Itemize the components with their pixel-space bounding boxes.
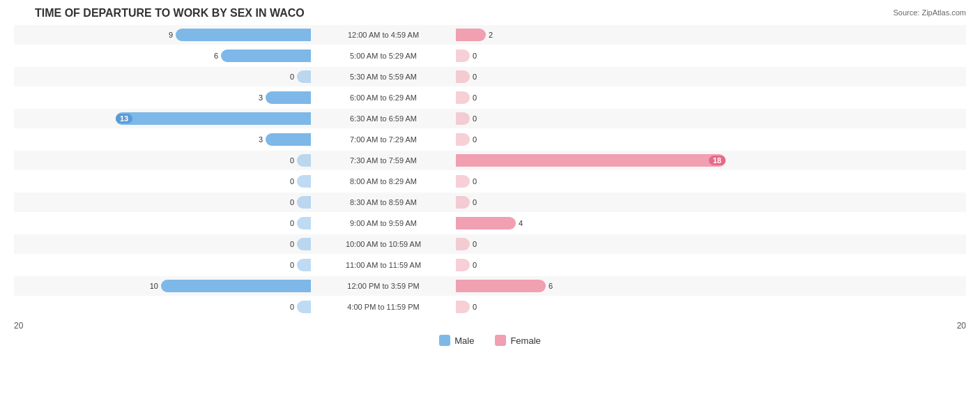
chart-rows: 912:00 AM to 4:59 AM265:00 AM to 5:29 AM… <box>14 25 966 317</box>
legend-female: Female <box>495 335 540 346</box>
table-row: 1012:00 PM to 3:59 PM6 <box>14 276 966 296</box>
male-section: 0 <box>14 154 314 167</box>
male-value: 3 <box>259 135 263 144</box>
male-section: 0 <box>14 175 314 188</box>
axis-labels: 20 20 <box>14 321 966 331</box>
time-label: 12:00 PM to 3:59 PM <box>314 282 453 290</box>
female-badge: 18 <box>709 156 726 165</box>
male-value: 3 <box>259 93 263 102</box>
legend-male: Male <box>439 335 474 346</box>
female-value: 2 <box>489 31 493 39</box>
male-value: 6 <box>214 52 218 60</box>
table-row: 04:00 PM to 11:59 PM0 <box>14 297 966 317</box>
table-row: 08:00 AM to 8:29 AM0 <box>14 172 966 191</box>
male-section: 3 <box>14 133 314 146</box>
female-section: 0 <box>453 112 753 125</box>
female-value: 0 <box>473 177 477 186</box>
time-label: 12:00 AM to 4:59 AM <box>314 31 453 39</box>
male-section: 9 <box>14 29 314 41</box>
time-label: 5:00 AM to 5:29 AM <box>314 52 453 60</box>
male-section: 6 <box>14 50 314 62</box>
table-row: 010:00 AM to 10:59 AM0 <box>14 234 966 254</box>
female-value: 0 <box>473 303 477 311</box>
time-label: 6:30 AM to 6:59 AM <box>314 114 453 123</box>
male-section: 0 <box>14 259 314 271</box>
female-value: 0 <box>473 135 477 144</box>
male-value: 0 <box>290 156 294 165</box>
female-value: 0 <box>473 240 477 248</box>
female-section: 0 <box>453 50 753 62</box>
female-section: 0 <box>453 175 753 188</box>
female-value: 0 <box>473 198 477 206</box>
table-row: 09:00 AM to 9:59 AM4 <box>14 213 966 233</box>
female-value: 4 <box>519 219 523 227</box>
male-label: Male <box>454 335 474 346</box>
female-label: Female <box>510 335 540 346</box>
female-section: 18 <box>453 154 753 167</box>
male-value: 0 <box>290 73 294 81</box>
male-section: 0 <box>14 217 314 229</box>
time-label: 4:00 PM to 11:59 PM <box>314 303 453 311</box>
time-label: 6:00 AM to 6:29 AM <box>314 93 453 102</box>
male-section: 0 <box>14 301 314 313</box>
table-row: 011:00 AM to 11:59 AM0 <box>14 255 966 275</box>
time-label: 5:30 AM to 5:59 AM <box>314 73 453 81</box>
male-value: 10 <box>150 282 158 290</box>
table-row: 912:00 AM to 4:59 AM2 <box>14 25 966 45</box>
axis-right: 20 <box>957 321 966 331</box>
time-label: 7:00 AM to 7:29 AM <box>314 135 453 144</box>
male-section: 13 <box>14 112 314 125</box>
male-value: 9 <box>169 31 173 39</box>
chart-container: TIME OF DEPARTURE TO WORK BY SEX IN WACO… <box>0 0 980 415</box>
male-value: 0 <box>290 177 294 186</box>
female-section: 0 <box>453 196 753 209</box>
male-section: 0 <box>14 238 314 250</box>
female-value: 6 <box>549 282 553 290</box>
axis-left: 20 <box>14 321 23 331</box>
legend: Male Female <box>14 335 966 346</box>
female-value: 0 <box>473 114 477 123</box>
female-section: 0 <box>453 259 753 271</box>
female-section: 0 <box>453 70 753 83</box>
female-section: 0 <box>453 301 753 313</box>
time-label: 8:00 AM to 8:29 AM <box>314 177 453 186</box>
female-section: 6 <box>453 280 753 292</box>
male-value: 0 <box>290 219 294 227</box>
chart-title: TIME OF DEPARTURE TO WORK BY SEX IN WACO <box>14 7 966 20</box>
female-value: 0 <box>473 261 477 269</box>
table-row: 05:30 AM to 5:59 AM0 <box>14 67 966 86</box>
male-color-box <box>439 335 450 346</box>
time-label: 10:00 AM to 10:59 AM <box>314 240 453 248</box>
female-section: 4 <box>453 217 753 229</box>
male-badge: 13 <box>116 114 132 123</box>
male-section: 0 <box>14 70 314 83</box>
time-label: 11:00 AM to 11:59 AM <box>314 261 453 269</box>
table-row: 07:30 AM to 7:59 AM18 <box>14 151 966 170</box>
table-row: 37:00 AM to 7:29 AM0 <box>14 130 966 149</box>
male-section: 10 <box>14 280 314 292</box>
time-label: 7:30 AM to 7:59 AM <box>314 156 453 165</box>
female-section: 0 <box>453 238 753 250</box>
table-row: 08:30 AM to 8:59 AM0 <box>14 193 966 212</box>
time-label: 9:00 AM to 9:59 AM <box>314 219 453 227</box>
male-value: 0 <box>290 240 294 248</box>
source-text: Source: ZipAtlas.com <box>893 8 966 17</box>
female-color-box <box>495 335 506 346</box>
male-section: 3 <box>14 91 314 104</box>
female-section: 0 <box>453 133 753 146</box>
time-label: 8:30 AM to 8:59 AM <box>314 198 453 206</box>
male-section: 0 <box>14 196 314 209</box>
female-value: 0 <box>473 93 477 102</box>
female-value: 0 <box>473 52 477 60</box>
female-value: 0 <box>473 73 477 81</box>
table-row: 65:00 AM to 5:29 AM0 <box>14 46 966 66</box>
male-value: 0 <box>290 261 294 269</box>
table-row: 136:30 AM to 6:59 AM0 <box>14 109 966 128</box>
male-value: 0 <box>290 198 294 206</box>
male-value: 0 <box>290 303 294 311</box>
table-row: 36:00 AM to 6:29 AM0 <box>14 88 966 107</box>
female-section: 0 <box>453 91 753 104</box>
female-section: 2 <box>453 29 753 41</box>
